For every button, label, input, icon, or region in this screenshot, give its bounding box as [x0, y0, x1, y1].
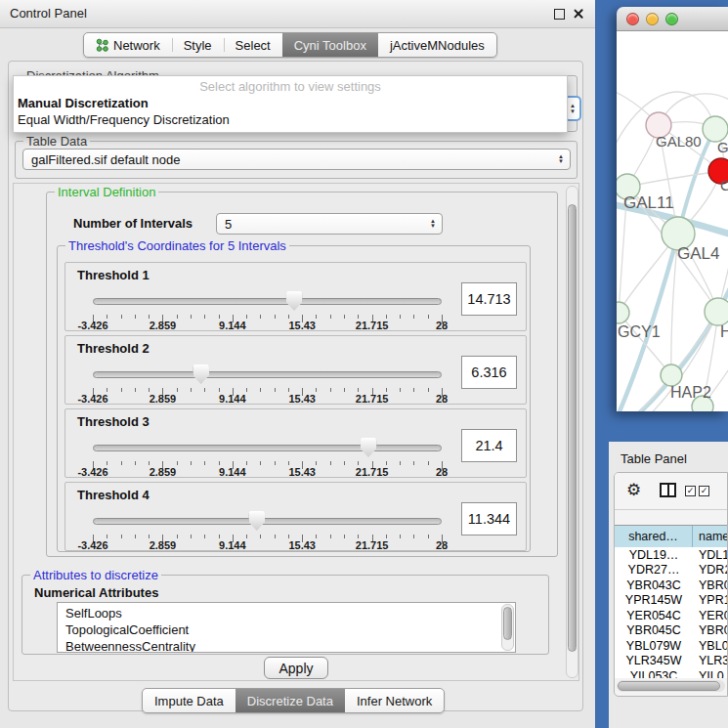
apply-button[interactable]: Apply [264, 657, 328, 679]
algorithm-option-equal-width-frequency-discretization[interactable]: Equal Width/Frequency Discretization [14, 111, 567, 128]
table-row[interactable]: YBR045CYBR0 [615, 623, 728, 639]
close-window-icon[interactable] [626, 13, 639, 25]
tick-mark [107, 388, 107, 392]
tick-mark [107, 535, 107, 538]
attribute-items: SelfLoopsTopologicalCoefficientBetweenne… [58, 603, 515, 653]
table-row[interactable]: YLR345WYLR3 [615, 654, 728, 669]
slider-track [93, 298, 442, 305]
network-canvas[interactable]: GAL80GACGAL11GAL4GCY1HHAP2 [617, 31, 728, 411]
table-cell: YPR1 [693, 593, 728, 607]
column-header-name[interactable]: name [693, 526, 728, 547]
network-edge[interactable] [627, 171, 721, 187]
scrollbar-thumb[interactable] [618, 681, 720, 691]
threshold-slider[interactable] [93, 436, 442, 459]
gear-icon[interactable]: ⚙ [626, 480, 641, 500]
tick-label: -3.426 [77, 539, 107, 551]
threshold-slider[interactable] [93, 289, 442, 313]
horizontal-scrollbar[interactable] [617, 680, 725, 692]
column-header-shared[interactable]: shared… [615, 526, 693, 547]
table-row[interactable]: YBL079WYBL0 [615, 638, 728, 654]
slider-thumb[interactable] [248, 511, 265, 531]
tick-mark [288, 388, 289, 392]
tick-mark [344, 535, 345, 538]
network-node-gcy1[interactable] [617, 302, 629, 323]
zoom-window-icon[interactable] [665, 13, 678, 25]
control-panel-titlebar: Control Panel [0, 0, 595, 28]
close-panel-icon[interactable] [573, 8, 584, 20]
tick-mark [275, 535, 276, 538]
threshold-panel: Threshold 2-3.4262.8599.14415.4321.71528… [64, 335, 527, 405]
panel-scrollbar[interactable] [566, 186, 578, 678]
network-node-hap2[interactable] [661, 364, 682, 386]
network-edge[interactable] [617, 407, 703, 411]
tick-mark [330, 315, 331, 319]
attribute-item[interactable]: SelfLoops [58, 605, 515, 621]
columns-icon[interactable] [660, 483, 676, 497]
threshold-value-input[interactable]: 6.316 [461, 356, 517, 389]
tick-label: 15.43 [288, 466, 316, 478]
slider-thumb[interactable] [286, 291, 303, 311]
slider-thumb[interactable] [193, 364, 209, 384]
checkbox-checked-icon[interactable]: ✓ [685, 486, 696, 496]
slider-thumb[interactable] [361, 438, 377, 457]
table-row[interactable]: YBR043CYBR0 [615, 578, 728, 593]
number-of-intervals-select[interactable]: 5 ▲▼ [216, 213, 443, 235]
table-cell: YBL0 [693, 639, 728, 653]
tab-jactivemnodules[interactable]: jActiveMNodules [378, 33, 496, 57]
tick-mark [344, 315, 345, 319]
network-window-titlebar[interactable] [617, 7, 728, 31]
tick-mark [316, 535, 317, 538]
network-edge-thick[interactable] [617, 407, 703, 411]
tick-mark [177, 461, 178, 465]
network-node-node[interactable] [705, 298, 728, 325]
tick-mark [177, 388, 178, 392]
thresholds-group: Threshold's Coordinates for 5 Intervals … [57, 245, 531, 552]
table-row[interactable]: YDR27…YDR2 [615, 563, 728, 578]
tick-mark [400, 461, 401, 465]
tab-cyni-toolbox[interactable]: Cyni Toolbox [282, 33, 378, 57]
float-panel-icon[interactable] [554, 9, 565, 20]
tab-infer-network[interactable]: Infer Network [345, 689, 444, 712]
tick-mark [386, 315, 387, 319]
checkbox-checked-icon[interactable]: ✓ [699, 486, 709, 496]
tick-mark [344, 388, 345, 392]
threshold-value-input[interactable]: 14.713 [461, 282, 517, 316]
tick-mark [135, 461, 136, 465]
tab-discretize-data[interactable]: Discretize Data [236, 689, 345, 712]
tick-mark [204, 461, 205, 465]
tick-label: 9.144 [219, 539, 246, 551]
algorithm-option-manual-discretization[interactable]: Manual Discretization [14, 95, 567, 111]
table-row[interactable]: YPR145WYPR1 [615, 593, 728, 609]
tab-network[interactable]: Network [84, 33, 172, 57]
table-data-select[interactable]: galFiltered.sif default node ▲▼ [22, 149, 571, 170]
list-scrollbar[interactable] [501, 604, 514, 651]
minimize-window-icon[interactable] [646, 13, 659, 25]
table-rows: YDL19…YDL1YDR27…YDR2YBR043CYBR0YPR145WYP… [615, 547, 728, 678]
table-cell: YDR27… [615, 563, 693, 577]
tab-select[interactable]: Select [224, 33, 282, 57]
tab-style[interactable]: Style [172, 33, 224, 57]
table-row[interactable]: YDL19…YDL1 [615, 547, 728, 563]
slider-track [93, 371, 442, 378]
network-edge[interactable] [619, 313, 671, 375]
scrollbar-thumb[interactable] [568, 204, 577, 652]
tab-label: Discretize Data [247, 694, 333, 708]
tab-impute-data[interactable]: Impute Data [143, 689, 236, 712]
attribute-item[interactable]: BetweennessCentrality [58, 638, 515, 653]
attribute-item[interactable]: TopologicalCoefficient [58, 621, 515, 638]
tick-mark [149, 388, 150, 392]
dropdown-placeholder: Select algorithm to view settings [14, 76, 567, 95]
threshold-value-input[interactable]: 21.4 [461, 429, 517, 462]
table-row[interactable]: YER054CYER0 [615, 608, 728, 623]
tab-label: Network [113, 38, 160, 53]
tick-mark [135, 315, 136, 319]
threshold-slider[interactable] [93, 363, 442, 386]
table-cell: YBR0 [693, 623, 728, 637]
threshold-slider[interactable] [93, 509, 442, 533]
numerical-attributes-list[interactable]: SelfLoopsTopologicalCoefficientBetweenne… [57, 602, 516, 653]
threshold-value-input[interactable]: 11.344 [461, 502, 517, 535]
table-cell: YBR045C [615, 623, 693, 637]
table-row[interactable]: YIL053CYIL0 [615, 668, 728, 678]
scrollbar-thumb[interactable] [503, 607, 512, 640]
tick-mark [358, 535, 359, 538]
